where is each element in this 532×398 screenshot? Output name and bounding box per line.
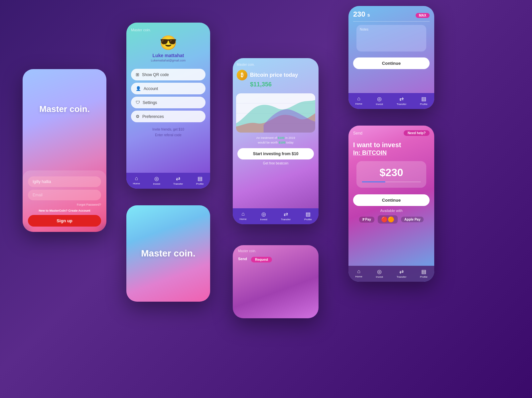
phone-splash: Master coin.	[126, 205, 210, 302]
nav-transfer-label: Transfer	[173, 182, 183, 185]
notes-continue-button[interactable]: Continue	[353, 57, 430, 69]
send-header: Master coin. Send Request	[233, 245, 319, 265]
invest-nav-home[interactable]: ⌂ Home	[355, 268, 362, 278]
phone-profile-menu: Master coin. 😎 Luke mattahat Lukemattaha…	[126, 23, 210, 189]
max-button[interactable]: MAX	[416, 13, 430, 18]
phone-bitcoin: Master coin. ₿ Bitcoin price today $11,3…	[233, 58, 319, 224]
btc-nav-home-label: Home	[239, 218, 246, 221]
invest-nav-invest[interactable]: ◎ Invest	[376, 268, 383, 278]
notes-nav-home[interactable]: ⌂ Home	[355, 96, 362, 106]
menu-settings[interactable]: 🛡 Settings	[131, 97, 205, 108]
menu-settings-label: Settings	[143, 100, 157, 105]
gear-icon: ⚙	[136, 114, 140, 119]
profile-icon: ▤	[421, 96, 426, 102]
notes-nav-invest[interactable]: ◎ Invest	[376, 96, 383, 106]
shield-icon: 🛡	[136, 100, 140, 105]
profile-icon: ▤	[421, 268, 426, 275]
progress-bar-fill	[362, 181, 385, 182]
create-account-text: New to MasterCoin? Create Account	[28, 209, 101, 212]
menu-account-label: Account	[144, 86, 158, 91]
send-tab[interactable]: Send	[238, 257, 247, 262]
btc-nav-profile[interactable]: ▤ Profile	[304, 211, 312, 221]
invest-nav-transfer-label: Transfer	[397, 275, 407, 278]
menu-account[interactable]: 👤 Account	[131, 83, 205, 94]
invest-nav-transfer[interactable]: ⇄ Transfer	[397, 268, 407, 278]
gpay-button[interactable]: 𝐏 Pay	[359, 217, 375, 223]
send-app-label: Master coin.	[238, 249, 313, 253]
home-icon: ⌂	[357, 268, 360, 274]
request-tab[interactable]: Request	[251, 257, 272, 262]
avatar: 😎	[130, 35, 207, 51]
progress-bar-bg	[362, 181, 421, 182]
transfer-icon: ⇄	[399, 268, 404, 275]
email-field[interactable]: Email	[28, 190, 101, 200]
amount-value: 230	[353, 10, 365, 18]
send-tabs: Send Request	[238, 257, 313, 262]
transfer-icon: ⇄	[399, 96, 404, 102]
nav-profile[interactable]: ▤ Profile	[196, 175, 204, 185]
invest-title: I want to invest	[353, 141, 430, 149]
phone-invest: Send Need help? I want to invest In: BiT…	[348, 126, 434, 282]
btc-nav-transfer[interactable]: ⇄ Transfer	[281, 211, 291, 221]
divider	[353, 21, 430, 22]
btc-title-row: ₿ Bitcoin price today	[237, 70, 315, 80]
free-beatcoin-link[interactable]: Get free beatcoin	[233, 161, 319, 165]
menu-preferences[interactable]: ⚙ Preferences	[131, 111, 205, 122]
notes-nav-profile-label: Profile	[420, 103, 428, 106]
brand-title: Master coin.	[39, 104, 90, 114]
btc-app-label: Master coin.	[237, 63, 315, 66]
nav-profile-label: Profile	[196, 182, 204, 185]
btc-price: $11,356	[250, 81, 315, 88]
forgot-password[interactable]: Forgot Password?	[28, 203, 101, 206]
qr-icon: ⊞	[136, 72, 139, 77]
home-icon: ⌂	[357, 96, 360, 102]
bitcoin-coin-icon: ₿	[237, 70, 247, 80]
amount-row: 230 s MAX	[353, 10, 430, 19]
username-field[interactable]: Igilly hallia	[28, 176, 101, 187]
mastercard-icon: 🔴🟠	[378, 215, 398, 224]
profile-name: Luke mattahat	[130, 53, 207, 58]
need-help-button[interactable]: Need help?	[404, 130, 430, 136]
notes-top: 230 s MAX Notes	[348, 6, 434, 54]
app-label: Master coin.	[130, 28, 207, 32]
btc-title: Bitcoin price today	[250, 72, 298, 78]
login-form: Igilly hallia Email Forgot Password? New…	[23, 170, 106, 232]
profile-icon: ▤	[198, 175, 202, 182]
transfer-icon: ⇄	[176, 175, 180, 182]
menu-preferences-label: Preferences	[142, 114, 164, 119]
nav-invest[interactable]: ◎ Invest	[153, 175, 160, 185]
invest-nav-profile-label: Profile	[420, 275, 428, 278]
nav-transfer[interactable]: ⇄ Transfer	[173, 175, 183, 185]
transfer-icon: ⇄	[284, 211, 288, 217]
home-icon: ⌂	[135, 175, 138, 181]
bottom-nav-invest: ⌂ Home ◎ Invest ⇄ Transfer ▤ Profile	[348, 266, 434, 282]
applepay-button[interactable]: Apple Pay	[401, 217, 424, 222]
invite-text[interactable]: Invite friends, get $10	[126, 127, 210, 132]
invest-amount-card: $230	[356, 161, 426, 188]
available-label: Available with	[348, 209, 434, 213]
invest-continue-button[interactable]: Continue	[353, 194, 430, 206]
invest-icon: ◎	[377, 268, 382, 275]
notes-nav-transfer[interactable]: ⇄ Transfer	[397, 96, 407, 106]
notes-nav-home-label: Home	[355, 102, 362, 105]
invest-icon: ◎	[261, 211, 266, 217]
notes-label: Notes	[360, 28, 423, 31]
profile-email: Lukemattahat@gmail.com	[130, 59, 207, 62]
invest-icon: ◎	[377, 96, 382, 102]
invest-nav-profile[interactable]: ▤ Profile	[420, 268, 428, 278]
invest-amount: $230	[362, 166, 421, 179]
btc-description: An inestment of $100 in 2019 would be wo…	[233, 133, 319, 146]
referral-text[interactable]: Enter referal code	[126, 132, 210, 138]
notes-nav-profile[interactable]: ▤ Profile	[420, 96, 428, 106]
login-hero: Master coin.	[23, 69, 106, 149]
signup-button[interactable]: Sign up	[28, 215, 101, 227]
profile-icon: ▤	[306, 211, 311, 217]
invest-top: Send Need help? I want to invest In: BiT…	[348, 126, 434, 194]
btc-nav-invest[interactable]: ◎ Invest	[260, 211, 267, 221]
btc-nav-home[interactable]: ⌂ Home	[239, 211, 246, 221]
invest-nav-invest-label: Invest	[376, 275, 383, 278]
nav-home[interactable]: ⌂ Home	[133, 175, 140, 185]
menu-qr[interactable]: ⊞ Show QR code	[131, 69, 205, 80]
bottom-nav-profile: ⌂ Home ◎ Invest ⇄ Transfer ▤ Profile	[126, 173, 210, 189]
start-investing-button[interactable]: Start investing from $10	[237, 148, 314, 159]
